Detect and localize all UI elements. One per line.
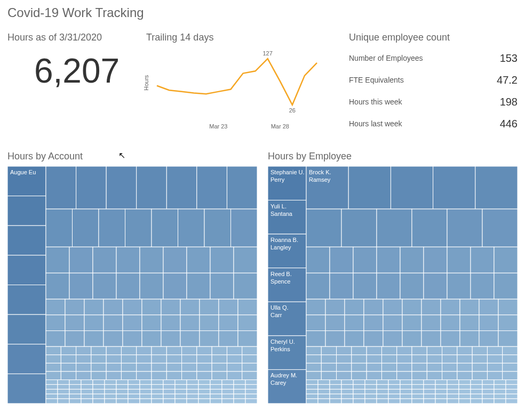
- svg-rect-223: [234, 399, 245, 403]
- svg-rect-110: [91, 363, 106, 371]
- svg-rect-47: [65, 299, 84, 315]
- svg-text:Perry: Perry: [271, 176, 285, 183]
- treemap-account-title: Hours by Account: [7, 151, 257, 162]
- svg-rect-25: [178, 209, 205, 247]
- svg-rect-285: [460, 299, 479, 315]
- svg-rect-362: [457, 371, 472, 380]
- svg-rect-247: [348, 166, 391, 209]
- svg-rect-320: [457, 346, 472, 355]
- kpi-value: 6,207: [7, 54, 146, 88]
- svg-rect-367: [318, 380, 330, 385]
- svg-rect-407: [365, 389, 377, 394]
- svg-rect-87: [166, 346, 181, 355]
- svg-rect-177: [116, 389, 128, 394]
- stats-panel: Unique employee count Number of Employee…: [328, 32, 518, 135]
- svg-rect-310: [306, 346, 321, 355]
- svg-rect-189: [46, 394, 58, 399]
- svg-rect-442: [353, 399, 365, 403]
- svg-rect-272: [400, 273, 424, 299]
- stat-value: 446: [500, 118, 518, 130]
- svg-rect-444: [377, 399, 388, 403]
- svg-rect-192: [81, 394, 93, 399]
- svg-rect-204: [222, 394, 234, 399]
- svg-rect-336: [487, 355, 502, 364]
- svg-rect-80: [61, 346, 76, 355]
- svg-rect-169: [234, 384, 245, 389]
- svg-rect-319: [442, 346, 457, 355]
- svg-rect-267: [494, 247, 518, 273]
- svg-rect-259: [306, 247, 330, 273]
- svg-rect-69: [65, 331, 84, 347]
- svg-rect-356: [367, 371, 381, 380]
- svg-rect-266: [471, 247, 494, 273]
- svg-rect-211: [93, 399, 105, 403]
- svg-rect-113: [137, 363, 152, 371]
- svg-rect-363: [472, 371, 487, 380]
- svg-rect-92: [242, 346, 257, 355]
- svg-rect-330: [397, 355, 412, 364]
- svg-rect-16: [137, 166, 167, 209]
- svg-rect-14: [76, 166, 107, 209]
- svg-text:Augue Eu: Augue Eu: [10, 169, 36, 175]
- svg-rect-32: [140, 247, 163, 273]
- svg-rect-51: [142, 299, 161, 315]
- svg-rect-99: [137, 355, 152, 364]
- svg-text:Mar 28: Mar 28: [271, 123, 289, 130]
- svg-rect-216: [152, 399, 163, 403]
- svg-rect-98: [121, 355, 136, 364]
- svg-rect-260: [330, 247, 353, 273]
- svg-rect-327: [352, 355, 367, 364]
- svg-rect-64: [180, 315, 200, 331]
- svg-rect-56: [238, 299, 257, 315]
- svg-rect-335: [472, 355, 487, 364]
- svg-rect-424: [353, 394, 365, 399]
- svg-rect-284: [441, 299, 460, 315]
- svg-rect-210: [81, 399, 93, 403]
- svg-rect-215: [140, 399, 152, 403]
- svg-rect-77: [219, 331, 238, 347]
- svg-rect-349: [472, 363, 487, 371]
- svg-rect-395: [435, 384, 447, 389]
- svg-rect-70: [84, 331, 104, 347]
- svg-rect-283: [421, 299, 441, 315]
- svg-rect-90: [212, 346, 227, 355]
- treemap-employee[interactable]: Stephanie U.PerryYuli L.SantanaRoanna B.…: [268, 166, 518, 403]
- svg-rect-255: [377, 209, 412, 247]
- svg-text:Perkins: Perkins: [271, 346, 290, 352]
- svg-rect-317: [412, 346, 427, 355]
- svg-rect-409: [388, 389, 400, 394]
- svg-rect-131: [197, 371, 212, 380]
- svg-rect-120: [242, 363, 257, 371]
- svg-rect-311: [321, 346, 336, 355]
- svg-rect-221: [210, 399, 222, 403]
- svg-rect-416: [471, 389, 482, 394]
- sparkline-chart[interactable]: Mar 23Mar 2812726: [146, 47, 322, 133]
- svg-rect-168: [222, 384, 234, 389]
- svg-rect-21: [73, 209, 99, 247]
- svg-rect-280: [364, 299, 383, 315]
- svg-rect-53: [180, 299, 200, 315]
- svg-rect-24: [152, 209, 178, 247]
- svg-rect-34: [187, 247, 210, 273]
- svg-rect-434: [471, 394, 482, 399]
- svg-rect-296: [460, 315, 479, 331]
- treemap-account[interactable]: Augue Eu: [7, 166, 257, 403]
- svg-rect-277: [306, 299, 325, 315]
- svg-rect-304: [402, 331, 421, 347]
- svg-rect-163: [163, 384, 175, 389]
- svg-rect-202: [198, 394, 210, 399]
- svg-rect-273: [424, 273, 447, 299]
- svg-rect-206: [245, 394, 257, 399]
- svg-rect-433: [459, 394, 471, 399]
- svg-rect-55: [219, 299, 238, 315]
- svg-rect-282: [402, 299, 421, 315]
- svg-rect-128: [152, 371, 166, 380]
- svg-rect-376: [424, 380, 435, 385]
- svg-rect-402: [306, 389, 318, 394]
- stat-value: 47.2: [497, 74, 518, 86]
- svg-rect-316: [397, 346, 412, 355]
- svg-rect-195: [116, 394, 128, 399]
- svg-rect-170: [245, 384, 257, 389]
- stat-value: 153: [500, 52, 518, 64]
- svg-rect-84: [121, 346, 136, 355]
